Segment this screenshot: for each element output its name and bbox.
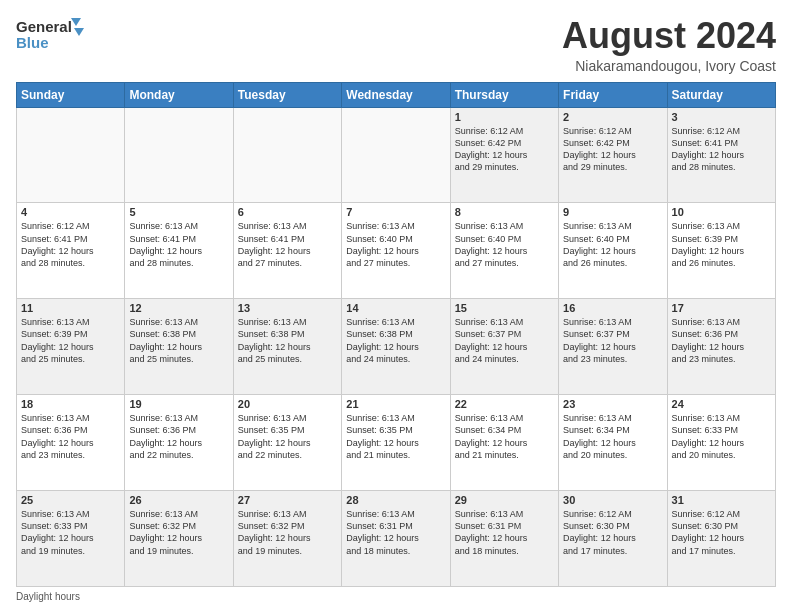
col-header-sunday: Sunday (17, 82, 125, 107)
day-number: 5 (129, 206, 228, 218)
day-number: 8 (455, 206, 554, 218)
day-info: Sunrise: 6:12 AM Sunset: 6:41 PM Dayligh… (21, 220, 120, 269)
day-number: 21 (346, 398, 445, 410)
day-info: Sunrise: 6:13 AM Sunset: 6:41 PM Dayligh… (129, 220, 228, 269)
day-number: 25 (21, 494, 120, 506)
page: GeneralBlue August 2024 Niakaramandougou… (0, 0, 792, 612)
logo: GeneralBlue (16, 16, 86, 54)
calendar-cell: 3Sunrise: 6:12 AM Sunset: 6:41 PM Daylig… (667, 107, 775, 203)
daylight-hours-label: Daylight hours (16, 591, 80, 602)
day-info: Sunrise: 6:13 AM Sunset: 6:38 PM Dayligh… (238, 316, 337, 365)
svg-marker-2 (71, 18, 81, 26)
col-header-thursday: Thursday (450, 82, 558, 107)
day-info: Sunrise: 6:12 AM Sunset: 6:42 PM Dayligh… (563, 125, 662, 174)
calendar-cell: 28Sunrise: 6:13 AM Sunset: 6:31 PM Dayli… (342, 491, 450, 587)
calendar-header-row: SundayMondayTuesdayWednesdayThursdayFrid… (17, 82, 776, 107)
calendar-cell (125, 107, 233, 203)
day-info: Sunrise: 6:13 AM Sunset: 6:41 PM Dayligh… (238, 220, 337, 269)
day-info: Sunrise: 6:13 AM Sunset: 6:39 PM Dayligh… (672, 220, 771, 269)
calendar-week-row: 18Sunrise: 6:13 AM Sunset: 6:36 PM Dayli… (17, 395, 776, 491)
calendar-cell: 24Sunrise: 6:13 AM Sunset: 6:33 PM Dayli… (667, 395, 775, 491)
calendar-cell: 11Sunrise: 6:13 AM Sunset: 6:39 PM Dayli… (17, 299, 125, 395)
day-number: 7 (346, 206, 445, 218)
day-number: 16 (563, 302, 662, 314)
calendar-week-row: 11Sunrise: 6:13 AM Sunset: 6:39 PM Dayli… (17, 299, 776, 395)
calendar-cell: 18Sunrise: 6:13 AM Sunset: 6:36 PM Dayli… (17, 395, 125, 491)
calendar-cell: 20Sunrise: 6:13 AM Sunset: 6:35 PM Dayli… (233, 395, 341, 491)
calendar-cell: 12Sunrise: 6:13 AM Sunset: 6:38 PM Dayli… (125, 299, 233, 395)
calendar-cell: 25Sunrise: 6:13 AM Sunset: 6:33 PM Dayli… (17, 491, 125, 587)
day-number: 22 (455, 398, 554, 410)
day-number: 17 (672, 302, 771, 314)
day-number: 26 (129, 494, 228, 506)
calendar-cell: 2Sunrise: 6:12 AM Sunset: 6:42 PM Daylig… (559, 107, 667, 203)
day-info: Sunrise: 6:13 AM Sunset: 6:40 PM Dayligh… (455, 220, 554, 269)
calendar-cell: 7Sunrise: 6:13 AM Sunset: 6:40 PM Daylig… (342, 203, 450, 299)
calendar-cell: 5Sunrise: 6:13 AM Sunset: 6:41 PM Daylig… (125, 203, 233, 299)
day-info: Sunrise: 6:12 AM Sunset: 6:41 PM Dayligh… (672, 125, 771, 174)
calendar-cell: 6Sunrise: 6:13 AM Sunset: 6:41 PM Daylig… (233, 203, 341, 299)
title-block: August 2024 Niakaramandougou, Ivory Coas… (562, 16, 776, 74)
day-number: 9 (563, 206, 662, 218)
day-number: 3 (672, 111, 771, 123)
calendar-cell (342, 107, 450, 203)
day-info: Sunrise: 6:13 AM Sunset: 6:31 PM Dayligh… (455, 508, 554, 557)
col-header-tuesday: Tuesday (233, 82, 341, 107)
calendar-cell (233, 107, 341, 203)
day-number: 19 (129, 398, 228, 410)
calendar-cell: 21Sunrise: 6:13 AM Sunset: 6:35 PM Dayli… (342, 395, 450, 491)
logo-svg: GeneralBlue (16, 16, 86, 54)
day-info: Sunrise: 6:13 AM Sunset: 6:40 PM Dayligh… (563, 220, 662, 269)
day-number: 31 (672, 494, 771, 506)
day-number: 10 (672, 206, 771, 218)
calendar-cell: 9Sunrise: 6:13 AM Sunset: 6:40 PM Daylig… (559, 203, 667, 299)
day-number: 29 (455, 494, 554, 506)
calendar-cell: 16Sunrise: 6:13 AM Sunset: 6:37 PM Dayli… (559, 299, 667, 395)
day-info: Sunrise: 6:13 AM Sunset: 6:32 PM Dayligh… (129, 508, 228, 557)
calendar-cell: 10Sunrise: 6:13 AM Sunset: 6:39 PM Dayli… (667, 203, 775, 299)
day-number: 4 (21, 206, 120, 218)
day-info: Sunrise: 6:12 AM Sunset: 6:30 PM Dayligh… (672, 508, 771, 557)
day-info: Sunrise: 6:13 AM Sunset: 6:38 PM Dayligh… (129, 316, 228, 365)
footer-note: Daylight hours (16, 591, 776, 602)
calendar-cell: 13Sunrise: 6:13 AM Sunset: 6:38 PM Dayli… (233, 299, 341, 395)
col-header-friday: Friday (559, 82, 667, 107)
calendar-week-row: 1Sunrise: 6:12 AM Sunset: 6:42 PM Daylig… (17, 107, 776, 203)
day-number: 12 (129, 302, 228, 314)
col-header-saturday: Saturday (667, 82, 775, 107)
calendar-cell (17, 107, 125, 203)
day-number: 23 (563, 398, 662, 410)
day-info: Sunrise: 6:13 AM Sunset: 6:39 PM Dayligh… (21, 316, 120, 365)
calendar-cell: 4Sunrise: 6:12 AM Sunset: 6:41 PM Daylig… (17, 203, 125, 299)
calendar-table: SundayMondayTuesdayWednesdayThursdayFrid… (16, 82, 776, 587)
day-info: Sunrise: 6:13 AM Sunset: 6:36 PM Dayligh… (672, 316, 771, 365)
day-info: Sunrise: 6:13 AM Sunset: 6:35 PM Dayligh… (346, 412, 445, 461)
day-info: Sunrise: 6:12 AM Sunset: 6:30 PM Dayligh… (563, 508, 662, 557)
day-info: Sunrise: 6:12 AM Sunset: 6:42 PM Dayligh… (455, 125, 554, 174)
calendar-cell: 19Sunrise: 6:13 AM Sunset: 6:36 PM Dayli… (125, 395, 233, 491)
day-info: Sunrise: 6:13 AM Sunset: 6:37 PM Dayligh… (455, 316, 554, 365)
day-info: Sunrise: 6:13 AM Sunset: 6:33 PM Dayligh… (672, 412, 771, 461)
day-number: 30 (563, 494, 662, 506)
day-info: Sunrise: 6:13 AM Sunset: 6:35 PM Dayligh… (238, 412, 337, 461)
day-info: Sunrise: 6:13 AM Sunset: 6:34 PM Dayligh… (455, 412, 554, 461)
calendar-cell: 31Sunrise: 6:12 AM Sunset: 6:30 PM Dayli… (667, 491, 775, 587)
calendar-week-row: 25Sunrise: 6:13 AM Sunset: 6:33 PM Dayli… (17, 491, 776, 587)
calendar-cell: 27Sunrise: 6:13 AM Sunset: 6:32 PM Dayli… (233, 491, 341, 587)
subtitle: Niakaramandougou, Ivory Coast (562, 58, 776, 74)
day-info: Sunrise: 6:13 AM Sunset: 6:40 PM Dayligh… (346, 220, 445, 269)
day-number: 24 (672, 398, 771, 410)
col-header-wednesday: Wednesday (342, 82, 450, 107)
day-number: 6 (238, 206, 337, 218)
calendar-cell: 30Sunrise: 6:12 AM Sunset: 6:30 PM Dayli… (559, 491, 667, 587)
calendar-cell: 8Sunrise: 6:13 AM Sunset: 6:40 PM Daylig… (450, 203, 558, 299)
svg-marker-3 (74, 28, 84, 36)
calendar-cell: 1Sunrise: 6:12 AM Sunset: 6:42 PM Daylig… (450, 107, 558, 203)
header: GeneralBlue August 2024 Niakaramandougou… (16, 16, 776, 74)
day-number: 13 (238, 302, 337, 314)
calendar-cell: 22Sunrise: 6:13 AM Sunset: 6:34 PM Dayli… (450, 395, 558, 491)
col-header-monday: Monday (125, 82, 233, 107)
calendar-cell: 14Sunrise: 6:13 AM Sunset: 6:38 PM Dayli… (342, 299, 450, 395)
day-number: 28 (346, 494, 445, 506)
day-info: Sunrise: 6:13 AM Sunset: 6:32 PM Dayligh… (238, 508, 337, 557)
